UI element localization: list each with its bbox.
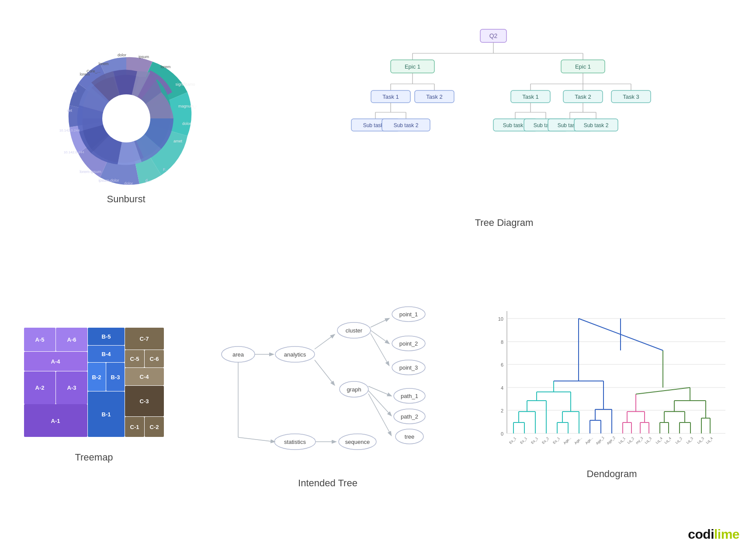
svg-line-120: [315, 335, 334, 349]
svg-text:8: 8: [501, 339, 503, 345]
svg-text:A-6: A-6: [67, 336, 76, 343]
svg-text:Sub task 2: Sub task 2: [393, 122, 418, 128]
svg-text:Task 1: Task 1: [382, 93, 399, 100]
intended-tree-svg: area analytics cluster point_1 point_2 p…: [214, 298, 441, 472]
svg-text:Lq_2: Lq_2: [675, 436, 683, 444]
svg-text:10.142.0.244: 10.142.0.244: [63, 150, 84, 154]
svg-text:Sub task 2: Sub task 2: [583, 122, 608, 128]
svg-text:path_2: path_2: [401, 413, 418, 420]
svg-text:point_2: point_2: [399, 340, 418, 347]
svg-text:graph: graph: [347, 386, 361, 393]
svg-line-132: [315, 360, 334, 385]
svg-text:C-2: C-2: [150, 424, 159, 430]
svg-text:area: area: [232, 351, 244, 358]
sunburst-label: Sunburst: [107, 194, 145, 205]
svg-text:cluster: cluster: [346, 327, 363, 334]
tree-diagram-svg: Q2 Epic 1 Epic 1 Task 1 Task 2: [347, 25, 662, 213]
tree-diagram-cell: Q2 Epic 1 Epic 1 Task 1 Task 2: [252, 0, 756, 253]
tree-diagram-label: Tree Diagram: [475, 217, 534, 229]
svg-text:lorem-ipsum: lorem-ipsum: [80, 170, 101, 174]
svg-text:A-1: A-1: [51, 418, 60, 424]
sunburst-cell: ipsum dolor lorem lorem Core_... signifi…: [0, 0, 252, 253]
svg-text:Es_1: Es_1: [531, 436, 539, 445]
svg-text:10: 10: [498, 316, 503, 322]
intended-tree-label: Intended Tree: [298, 478, 357, 489]
svg-text:A-3: A-3: [67, 384, 76, 391]
svg-text:Es_1: Es_1: [509, 436, 517, 445]
svg-text:6: 6: [501, 362, 503, 367]
logo-black-text: codi: [688, 527, 714, 541]
svg-text:point_3: point_3: [399, 364, 418, 371]
svg-line-137: [368, 394, 391, 435]
svg-line-150: [238, 437, 274, 442]
svg-text:analytics: analytics: [284, 351, 306, 358]
svg-text:B-5: B-5: [102, 333, 111, 340]
svg-text:Age...: Age...: [563, 436, 572, 445]
svg-text:dolor: dolor: [117, 53, 126, 57]
svg-text:Epic 1: Epic 1: [404, 63, 420, 70]
svg-text:F...: F...: [163, 167, 168, 172]
svg-text:lorem: lorem: [80, 72, 90, 76]
svg-text:Age...: Age...: [574, 436, 583, 445]
svg-text:Lq_3: Lq_3: [686, 436, 694, 444]
svg-text:B-4: B-4: [102, 351, 111, 357]
intended-tree-cell: area analytics cluster point_1 point_2 p…: [188, 253, 468, 533]
svg-text:Lq_2: Lq_2: [627, 436, 635, 444]
svg-text:ipsum: ipsum: [138, 55, 149, 59]
svg-text:C-6: C-6: [150, 356, 159, 362]
svg-text:4: 4: [501, 385, 503, 391]
svg-text:C-3: C-3: [140, 398, 149, 405]
svg-text:set: set: [71, 89, 76, 93]
svg-text:Epic 1: Epic 1: [575, 63, 590, 70]
svg-text:Lq_1: Lq_1: [618, 436, 626, 444]
treemap-label: Treemap: [75, 452, 113, 463]
svg-text:Lq_4: Lq_4: [655, 436, 663, 444]
svg-line-124: [371, 330, 389, 343]
svg-line-123: [371, 319, 389, 327]
svg-text:magnum_est: magnum_est: [178, 104, 196, 108]
svg-text:10.142.0.244: 10.142.0.244: [59, 128, 80, 132]
svg-text:B-3: B-3: [111, 374, 120, 381]
svg-text:my_3: my_3: [635, 436, 644, 445]
sunburst-chart: ipsum dolor lorem lorem Core_... signifi…: [56, 48, 196, 188]
svg-text:d...: d...: [145, 178, 151, 183]
svg-text:Lq_3: Lq_3: [644, 436, 652, 444]
svg-point-0: [102, 94, 150, 142]
treemap-cell: A-1 A-2 A-3 A-4 A-5 A-6 B-5 B-4 B-2 B-3 …: [0, 253, 188, 533]
logo: codilime: [688, 527, 739, 542]
svg-text:Q2: Q2: [489, 32, 497, 39]
svg-text:point_1: point_1: [399, 311, 418, 318]
svg-text:B-1: B-1: [102, 411, 111, 418]
svg-text:Es_1: Es_1: [552, 436, 561, 445]
svg-text:dolor: dolor: [124, 181, 132, 186]
svg-text:path_1: path_1: [401, 393, 418, 399]
svg-text:statistics: statistics: [284, 439, 306, 445]
svg-text:B-2: B-2: [92, 374, 101, 381]
svg-text:tree: tree: [405, 433, 414, 440]
logo-green-text: lime: [714, 527, 739, 541]
svg-text:Task 2: Task 2: [575, 93, 591, 100]
svg-text:Task 2: Task 2: [426, 93, 443, 100]
svg-text:C-7: C-7: [140, 336, 149, 342]
svg-text:Task 1: Task 1: [522, 93, 539, 100]
svg-text:Lq_4: Lq_4: [664, 436, 672, 444]
svg-text:C-4: C-4: [140, 374, 149, 380]
treemap-svg: A-1 A-2 A-3 A-4 A-5 A-6 B-5 B-4 B-2 B-3 …: [24, 323, 164, 446]
svg-text:Age_1: Age_1: [595, 435, 605, 445]
svg-text:A-4: A-4: [51, 358, 61, 365]
svg-text:0: 0: [501, 431, 503, 436]
svg-text:C-5: C-5: [130, 356, 139, 362]
svg-text:A-2: A-2: [35, 384, 45, 391]
svg-text:Lq_4: Lq_4: [705, 436, 714, 444]
dendogram-cell: 0 2 4 6 8 10: [468, 253, 756, 533]
svg-text:2: 2: [501, 408, 503, 413]
svg-text:Lq_3: Lq_3: [697, 436, 705, 444]
sunburst-svg: ipsum dolor lorem lorem Core_... signifi…: [56, 48, 196, 188]
svg-text:A-5: A-5: [35, 336, 45, 343]
svg-text:amet: amet: [173, 139, 182, 143]
dendogram-label: Dendogram: [587, 468, 637, 480]
svg-text:ipsum-dolor: ipsum-dolor: [98, 178, 119, 183]
svg-text:Age_2: Age_2: [606, 435, 616, 445]
svg-text:dolor: dolor: [182, 121, 191, 126]
svg-text:lorem: lorem: [160, 65, 170, 69]
